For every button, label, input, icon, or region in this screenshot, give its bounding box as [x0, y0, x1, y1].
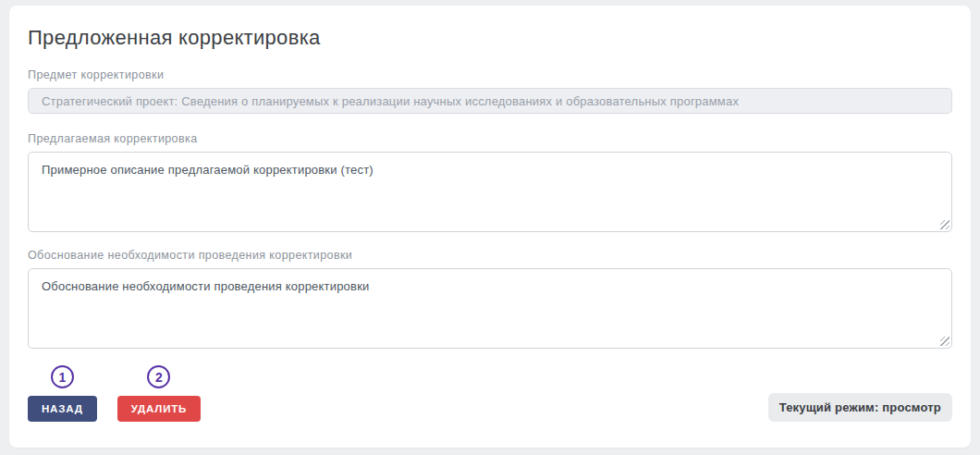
back-action-group: 1 НАЗАД	[28, 365, 97, 422]
proposal-field-label: Предлагаемая корректировка	[28, 132, 952, 145]
justification-textarea-wrap: Обоснование необходимости проведения кор…	[28, 268, 952, 349]
annotation-2-badge: 2	[147, 365, 170, 388]
subject-field-label: Предмет корректировки	[28, 68, 952, 81]
proposal-textarea-wrap: Примерное описание предлагаемой корректи…	[28, 152, 952, 232]
action-buttons: 1 НАЗАД 2 УДАЛИТЬ	[28, 365, 201, 422]
annotation-1-badge: 1	[51, 365, 74, 388]
resize-handle-icon[interactable]	[940, 220, 949, 229]
form-footer: 1 НАЗАД 2 УДАЛИТЬ Текущий режим: просмот…	[28, 365, 952, 422]
page-title: Предложенная корректировка	[28, 26, 952, 50]
form-card: Предложенная корректировка Предмет корре…	[9, 6, 971, 448]
delete-action-group: 2 УДАЛИТЬ	[117, 365, 201, 422]
justification-textarea[interactable]: Обоснование необходимости проведения кор…	[28, 268, 952, 349]
delete-button[interactable]: УДАЛИТЬ	[117, 396, 201, 422]
current-mode-badge: Текущий режим: просмотр	[768, 393, 952, 422]
proposal-textarea[interactable]: Примерное описание предлагаемой корректи…	[28, 152, 952, 232]
justification-field-label: Обоснование необходимости проведения кор…	[28, 249, 952, 262]
resize-handle-icon[interactable]	[940, 337, 949, 346]
subject-input	[28, 88, 952, 114]
back-button[interactable]: НАЗАД	[28, 396, 97, 422]
